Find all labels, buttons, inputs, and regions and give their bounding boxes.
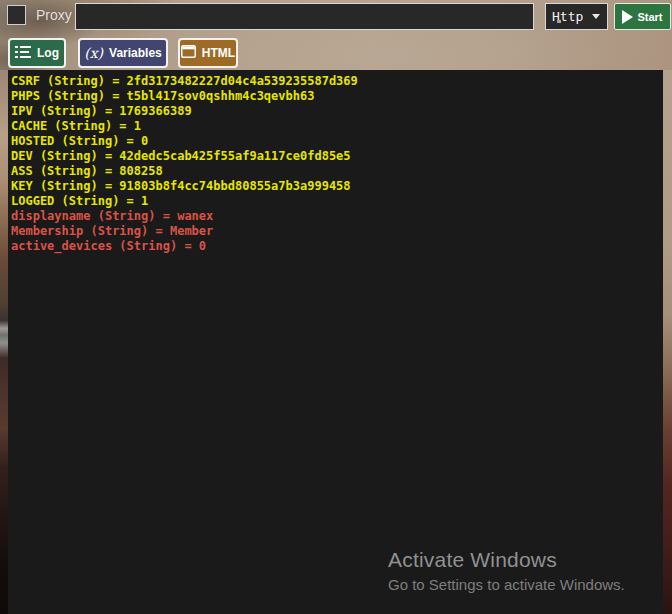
log-list-icon [15,45,31,62]
watermark-subtitle: Go to Settings to activate Windows. [388,576,625,593]
method-dropdown[interactable]: Http [545,3,608,30]
console-line: Membership (String) = Member [11,224,663,239]
chevron-down-icon [592,14,600,19]
url-input[interactable] [75,3,534,30]
browser-window-icon [181,45,196,61]
proxy-checkbox[interactable] [7,5,26,25]
tab-html-label: HTML [202,46,235,60]
method-dropdown-value: Http [546,9,583,24]
log-console[interactable]: CSRF (String) = 2fd3173482227d04c4a53923… [8,70,663,614]
console-line: active_devices (String) = 0 [11,239,663,254]
console-line: CACHE (String) = 1 [11,119,663,134]
console-line: ASS (String) = 808258 [11,164,663,179]
console-line: KEY (String) = 91803b8f4cc74bbd80855a7b3… [11,179,663,194]
tab-variables-label: Variables [109,46,162,60]
variables-icon: (x) [84,45,103,61]
activate-windows-watermark: Activate Windows Go to Settings to activ… [388,548,625,593]
console-line: CSRF (String) = 2fd3173482227d04c4a53923… [11,74,663,89]
console-line: DEV (String) = 42dedc5cab425f55af9a117ce… [11,149,663,164]
tab-log[interactable]: Log [8,38,66,68]
start-button[interactable]: Start [614,3,671,30]
play-icon [622,10,633,24]
console-line: IPV (String) = 1769366389 [11,104,663,119]
start-button-label: Start [637,11,662,23]
wallpaper-right-strip [663,70,672,614]
watermark-title: Activate Windows [388,548,625,572]
tab-html[interactable]: HTML [178,38,238,68]
console-line: displayname (String) = wanex [11,209,663,224]
console-line: PHPS (String) = t5bl417sov0qshhm4c3qevbh… [11,89,663,104]
tab-variables[interactable]: (x) Variables [78,38,168,68]
tab-log-label: Log [37,46,59,60]
console-line: HOSTED (String) = 0 [11,134,663,149]
wallpaper-left-strip [0,70,8,614]
artifact-pixel [557,20,561,23]
console-lines: CSRF (String) = 2fd3173482227d04c4a53923… [8,70,663,254]
console-line: LOGGED (String) = 1 [11,194,663,209]
proxy-label: Proxy [36,7,72,23]
